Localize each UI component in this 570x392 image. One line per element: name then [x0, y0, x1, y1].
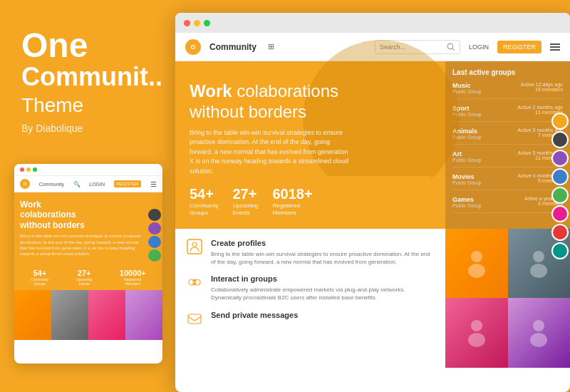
desktop-dot-yellow	[194, 20, 200, 26]
mobile-hero: Work colaborations without borders Bring…	[14, 192, 162, 264]
desktop-top-bar	[175, 13, 570, 33]
mobile-search-icon[interactable]: 🔍	[73, 181, 81, 187]
desktop-login[interactable]: LOGIN	[469, 43, 489, 51]
mobile-image-1	[14, 290, 51, 340]
svg-rect-6	[188, 314, 201, 324]
mobile-stat-groups: 54+ CommunityGroups	[31, 269, 48, 286]
mobile-avatar-2	[148, 209, 161, 221]
feature-interact-groups-text: Collaboratively administrate empowered m…	[211, 286, 434, 301]
group-art-name: Art	[452, 150, 481, 158]
group-music-active: Active 12 days ago19 members	[521, 82, 563, 92]
desktop-stat-events-label: UpcomingEvents	[232, 202, 258, 217]
feature-create-profiles-title: Create profiles	[211, 239, 434, 247]
mobile-avatar-5	[148, 249, 161, 262]
mobile-avatar-3	[148, 222, 161, 234]
group-art[interactable]: Art Public Group Active 3 months ago11 m…	[452, 150, 563, 167]
mobile-preview: O Community 🔍 LOGIN REGISTER ☰ Work cola…	[14, 164, 162, 363]
mobile-stat-groups-num: 54+	[31, 269, 48, 277]
mobile-register-button[interactable]: REGISTER	[114, 180, 142, 187]
desktop-hero-title: Work colaborations without borders	[190, 81, 346, 123]
groups-sidebar-title: Last active groups	[452, 68, 563, 76]
avatar-3	[551, 150, 569, 167]
desktop-stat-groups-num: 54+	[190, 186, 218, 202]
group-music[interactable]: Music Public Group Active 12 days ago19 …	[452, 82, 563, 99]
group-movies-name: Movies	[452, 173, 481, 180]
dot-yellow	[26, 167, 31, 172]
avatar-5	[551, 187, 569, 204]
desktop-stats: 54+ CommunityGroups 27+ UpcomingEvents 6…	[190, 176, 431, 217]
dot-green	[33, 167, 37, 172]
desktop-image-2	[508, 229, 571, 299]
mobile-login[interactable]: LOGIN	[89, 182, 105, 187]
desktop-title-colaborations: colaborations	[237, 81, 338, 100]
mobile-stat-groups-label: CommunityGroups	[31, 277, 48, 286]
hamburger-menu[interactable]	[550, 43, 560, 51]
desktop-stat-members-num: 6018+	[272, 186, 312, 202]
svg-point-13	[533, 320, 544, 331]
desktop-stat-events-num: 27+	[232, 186, 258, 202]
mobile-image-4	[125, 290, 162, 340]
feature-send-messages-title: Send private messages	[211, 311, 298, 319]
desktop-stat-events: 27+ UpcomingEvents	[232, 186, 258, 217]
desktop-lower-section: Create profiles Bring to the table win-w…	[175, 229, 570, 368]
desktop-dot-red	[184, 20, 190, 26]
svg-point-8	[468, 264, 485, 278]
group-games-type: Public Group	[452, 203, 481, 208]
desktop-title-work: Work	[190, 81, 232, 100]
feature-create-profiles-text: Bring to the table win-win survival stra…	[211, 250, 434, 266]
desktop-brand: Community	[209, 42, 256, 52]
svg-point-7	[471, 251, 482, 262]
svg-point-10	[530, 264, 547, 278]
mobile-brand: Community	[39, 182, 64, 187]
feature-send-messages: Send private messages	[187, 311, 434, 328]
mobile-images	[14, 290, 162, 340]
group-animals[interactable]: Animals Public Group Active 3 months ago…	[452, 128, 563, 145]
mobile-top-bar	[14, 164, 162, 176]
desktop-title-without-borders: without borders	[190, 102, 306, 121]
group-music-name: Music	[452, 82, 481, 89]
mobile-hero-text: Bring to the table win-win survival stra…	[20, 233, 141, 257]
desktop-image-4	[508, 298, 571, 368]
mobile-stat-members-num: 10000+	[120, 269, 146, 277]
desktop-dot-green	[204, 20, 210, 26]
svg-point-14	[530, 333, 547, 347]
title-one: One	[21, 29, 155, 63]
mobile-title-colabs: colaborations	[20, 210, 76, 220]
mobile-title-borders: without borders	[20, 220, 85, 230]
desktop-hero-desc: Bring to the table win-win survival stra…	[190, 128, 353, 177]
avatar-2	[551, 131, 569, 148]
avatar-4	[551, 168, 569, 185]
mobile-nav: O Community 🔍 LOGIN REGISTER ☰	[14, 176, 162, 192]
mobile-stats: 54+ CommunityGroups 27+ UpcomingEvents 1…	[14, 264, 162, 290]
group-music-type: Public Group	[452, 89, 481, 94]
mobile-stat-events: 27+ UpcomingEvents	[76, 269, 93, 286]
feature-interact-groups-title: Interact in groups	[211, 274, 434, 283]
group-movies-type: Public Group	[452, 180, 481, 185]
desktop-preview: O Community ⊞ LOGIN REGISTER Work	[175, 13, 570, 392]
feature-interact-groups: Interact in groups Collaboratively admin…	[187, 274, 434, 301]
grid-icon[interactable]: ⊞	[268, 42, 274, 51]
feature-send-messages-content: Send private messages	[211, 311, 298, 322]
svg-point-0	[447, 43, 453, 49]
svg-line-1	[452, 48, 455, 50]
group-movies[interactable]: Movies Public Group Active 4 months ago5…	[452, 173, 563, 190]
mobile-title-work: Work	[20, 200, 41, 210]
desktop-image-3	[445, 298, 508, 368]
desktop-features: Create profiles Bring to the table win-w…	[175, 229, 445, 368]
mobile-stat-members: 10000+ RegisteredMembers	[120, 269, 146, 286]
avatar-6	[551, 205, 569, 222]
desktop-stat-members: 6018+ RegisteredMembers	[272, 186, 312, 217]
desktop-images-grid	[445, 229, 570, 368]
group-games[interactable]: Games Public Group Active a year ago3 me…	[452, 196, 563, 213]
interact-groups-icon	[187, 274, 204, 292]
mobile-hamburger-icon[interactable]: ☰	[150, 180, 157, 188]
feature-create-profiles-content: Create profiles Bring to the table win-w…	[211, 239, 434, 266]
mobile-stat-events-num: 27+	[76, 269, 93, 277]
svg-point-9	[533, 251, 544, 262]
desktop-image-1	[445, 229, 508, 299]
left-panel: One Communit.. Theme By Diabolique O Com…	[0, 0, 177, 392]
desktop-logo-icon: O	[185, 39, 201, 55]
group-art-type: Public Group	[452, 158, 481, 163]
group-sport[interactable]: Sport Public Group Active 2 months ago11…	[452, 105, 563, 122]
desktop-register-button[interactable]: REGISTER	[497, 41, 542, 53]
